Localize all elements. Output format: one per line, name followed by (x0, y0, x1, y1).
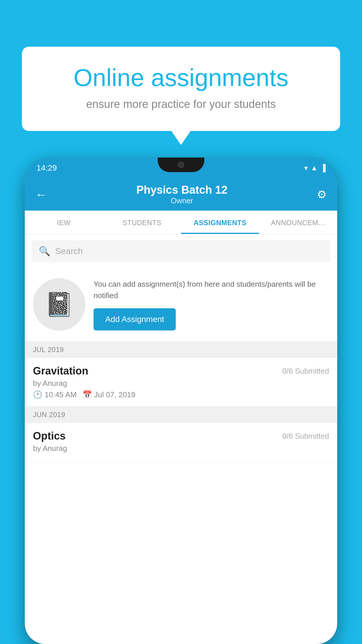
assignment-name-gravitation: Gravitation (33, 365, 88, 377)
assignment-submitted-optics: 0/6 Submitted (282, 432, 329, 441)
app-header: ← Physics Batch 12 Owner ⚙ (25, 178, 337, 211)
bubble-title: Online assignments (42, 64, 320, 91)
tab-students[interactable]: STUDENTS (103, 211, 181, 234)
assignment-item-header-optics: Optics 0/6 Submitted (33, 430, 329, 442)
add-assignment-button[interactable]: Add Assignment (94, 308, 176, 330)
search-placeholder: Search (55, 246, 83, 256)
tab-announcements[interactable]: ANNOUNCEM… (259, 211, 337, 234)
assignment-meta-gravitation: 🕐 10:45 AM 📅 Jul 07, 2019 (33, 390, 329, 399)
meta-date-gravitation: 📅 Jul 07, 2019 (82, 390, 136, 399)
search-bar[interactable]: 🔍 Search (32, 240, 330, 262)
speech-bubble: Online assignments ensure more practice … (22, 47, 340, 131)
section-header-jul: JUL 2019 (25, 342, 337, 358)
wifi-icon: ▾ (304, 164, 308, 172)
search-container: 🔍 Search (25, 235, 337, 268)
tab-iew[interactable]: IEW (25, 211, 103, 234)
assignment-icon-circle: 📓 (33, 278, 85, 331)
calendar-icon: 📅 (82, 390, 92, 399)
bubble-subtitle: ensure more practice for your students (42, 98, 320, 111)
search-icon: 🔍 (39, 246, 50, 257)
battery-icon: ▐ (321, 164, 326, 172)
assignment-by-optics: by Anurag (33, 444, 329, 453)
tab-assignments[interactable]: ASSIGNMENTS (181, 211, 259, 234)
signal-icon: ▲ (311, 164, 318, 172)
notch (158, 158, 204, 172)
assignment-by-gravitation: by Anurag (33, 379, 329, 388)
status-bar: 14:29 ▾ ▲ ▐ (25, 158, 337, 178)
assignment-item-gravitation[interactable]: Gravitation 0/6 Submitted by Anurag 🕐 10… (25, 358, 337, 407)
status-time: 14:29 (36, 163, 57, 173)
add-assignment-section: 📓 You can add assignment(s) from here an… (25, 268, 337, 342)
back-button[interactable]: ← (35, 188, 47, 201)
status-icons: ▾ ▲ ▐ (304, 164, 326, 172)
header-subtitle: Owner (136, 196, 228, 205)
settings-icon[interactable]: ⚙ (317, 188, 327, 201)
assignment-item-optics[interactable]: Optics 0/6 Submitted by Anurag (25, 423, 337, 463)
header-center: Physics Batch 12 Owner (136, 184, 228, 205)
tabs-container: IEW STUDENTS ASSIGNMENTS ANNOUNCEM… (25, 211, 337, 235)
assignment-info: You can add assignment(s) from here and … (94, 279, 329, 330)
section-header-jun: JUN 2019 (25, 407, 337, 423)
assignment-date-gravitation: Jul 07, 2019 (94, 390, 136, 399)
assignment-time-gravitation: 10:45 AM (45, 390, 77, 399)
phone-frame: 14:29 ▾ ▲ ▐ ← Physics Batch 12 Owner ⚙ I… (25, 158, 337, 644)
header-title: Physics Batch 12 (136, 184, 228, 196)
assignment-submitted-gravitation: 0/6 Submitted (282, 367, 329, 376)
assignment-name-optics: Optics (33, 430, 66, 442)
meta-time-gravitation: 🕐 10:45 AM (33, 390, 77, 399)
assignment-item-header: Gravitation 0/6 Submitted (33, 365, 329, 377)
camera (178, 162, 184, 168)
phone-inner: ← Physics Batch 12 Owner ⚙ IEW STUDENTS … (25, 178, 337, 644)
notebook-icon: 📓 (45, 291, 74, 318)
assignment-description: You can add assignment(s) from here and … (94, 279, 329, 301)
clock-icon: 🕐 (33, 390, 42, 399)
speech-bubble-container: Online assignments ensure more practice … (22, 47, 340, 131)
